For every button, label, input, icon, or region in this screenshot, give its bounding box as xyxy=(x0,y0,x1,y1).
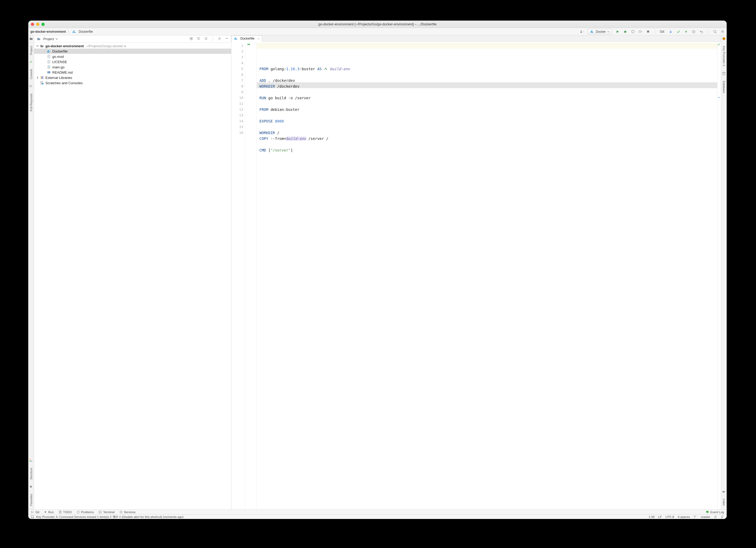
svg-point-44 xyxy=(723,72,725,73)
status-indent[interactable]: 4 spaces xyxy=(678,515,690,518)
status-caret-position[interactable]: 1:39 xyxy=(648,515,654,518)
svg-rect-50 xyxy=(99,511,101,513)
code-line[interactable]: CMD ["/server"] xyxy=(259,147,717,153)
bottom-todo[interactable]: TODO xyxy=(59,510,72,514)
status-line-separator[interactable]: LF xyxy=(658,515,662,518)
code-line[interactable] xyxy=(259,142,717,147)
tree-scratches-label: Scratches and Consoles xyxy=(45,81,83,85)
tree-file-main-go[interactable]: main.go xyxy=(34,64,231,70)
profile-button-icon[interactable] xyxy=(638,30,642,34)
bottom-run[interactable]: Run xyxy=(44,510,54,514)
code-line[interactable]: WORKDIR / xyxy=(259,130,717,136)
svg-rect-5 xyxy=(591,32,594,33)
git-push-icon[interactable] xyxy=(684,30,688,34)
editor-tab-dockerfile[interactable]: Dockerfile × xyxy=(231,35,262,42)
zoom-window-button[interactable] xyxy=(41,23,45,26)
rail-project[interactable]: Project xyxy=(30,44,33,57)
settings-gear-icon[interactable] xyxy=(721,30,725,34)
close-window-button[interactable] xyxy=(31,23,34,26)
project-panel-title[interactable]: Project xyxy=(43,37,54,41)
run-button-icon[interactable] xyxy=(615,30,619,34)
favorites-rail-icon xyxy=(29,485,33,489)
code-line[interactable]: WORKDIR /dockerdev xyxy=(259,83,717,89)
code-line[interactable]: FROM golang:1.16.3-buster AS build-env xyxy=(259,66,717,72)
line-number-gutter[interactable]: 12345678910111213141516 xyxy=(231,42,245,509)
panel-settings-gear-icon[interactable] xyxy=(218,37,221,41)
code-line[interactable] xyxy=(259,124,717,130)
project-tree[interactable]: go-docker-environment ~/Projects/Go/go-d… xyxy=(34,43,231,509)
tree-file-label: LICENSE xyxy=(52,60,67,64)
tree-file-license[interactable]: LICENSE xyxy=(34,59,231,64)
hide-panel-icon[interactable] xyxy=(225,37,228,41)
editor: Dockerfile × 12345678910111213141516 FRO… xyxy=(231,35,721,509)
tree-file-dockerfile[interactable]: Dockerfile xyxy=(34,49,231,54)
rail-key-promoter[interactable]: Key Promoter X xyxy=(722,44,726,69)
bottom-problems[interactable]: Problems xyxy=(77,510,94,514)
rail-pull-requests[interactable]: Pull Requests xyxy=(30,91,33,114)
status-lock-icon[interactable] xyxy=(714,515,717,518)
expand-all-icon[interactable] xyxy=(197,37,200,41)
bottom-services[interactable]: Services xyxy=(119,510,136,514)
coverage-button-icon[interactable] xyxy=(631,30,635,34)
strip-marker[interactable] xyxy=(718,97,720,98)
svg-rect-6 xyxy=(591,31,592,32)
libraries-icon xyxy=(40,76,44,80)
code-line[interactable] xyxy=(259,89,717,95)
close-tab-icon[interactable]: × xyxy=(256,37,260,41)
window-title: go-docker-environment [~/Projects/Go/go-… xyxy=(28,22,727,26)
analysis-strip[interactable] xyxy=(717,42,721,509)
collapse-all-icon[interactable] xyxy=(204,37,208,41)
tree-scratches[interactable]: Scratches and Consoles xyxy=(34,80,231,86)
code-line[interactable] xyxy=(259,113,717,118)
status-git-branch[interactable]: master xyxy=(694,515,710,518)
chevron-right-icon[interactable] xyxy=(36,76,39,80)
git-history-icon[interactable] xyxy=(692,30,696,34)
code-line[interactable]: ADD . /dockerdev xyxy=(259,78,717,83)
code-line[interactable] xyxy=(259,72,717,78)
bottom-terminal[interactable]: Terminal xyxy=(99,510,114,514)
stop-button-icon[interactable] xyxy=(646,30,650,34)
status-inspection-profile-icon[interactable] xyxy=(721,515,724,518)
run-line-marker-icon[interactable] xyxy=(247,43,251,47)
tree-file-readme-md[interactable]: MDREADME.md xyxy=(34,70,231,75)
code-line[interactable]: EXPOSE 8000 xyxy=(259,118,717,124)
run-config-selector[interactable]: Docker xyxy=(588,29,612,34)
rail-database[interactable]: Database xyxy=(722,79,726,95)
current-line-highlight xyxy=(257,43,717,49)
code-line[interactable] xyxy=(259,101,717,107)
chevron-down-icon[interactable] xyxy=(55,38,58,40)
status-encoding[interactable]: UTF-8 xyxy=(665,515,674,518)
status-message[interactable]: Key Promoter X: Command Services missed … xyxy=(36,515,184,519)
code-line[interactable]: COPY --from=build-env /server / xyxy=(259,136,717,142)
bottom-event-log[interactable]: Event Log xyxy=(706,510,724,514)
run-gutter[interactable] xyxy=(245,42,257,509)
git-rollback-icon[interactable] xyxy=(699,30,703,34)
rail-commit[interactable]: Commit xyxy=(30,67,33,81)
code-line[interactable]: RUN go build -o /server xyxy=(259,95,717,101)
add-users-icon[interactable] xyxy=(580,30,584,34)
select-opened-file-icon[interactable] xyxy=(189,37,193,41)
rail-favorites[interactable]: Favorites xyxy=(30,492,33,508)
tree-external-libraries[interactable]: External Libraries xyxy=(34,75,231,80)
bottom-git[interactable]: Git xyxy=(31,510,39,514)
tool-windows-quick-access-icon[interactable] xyxy=(31,515,34,518)
breadcrumb-file[interactable]: Dockerfile xyxy=(79,30,93,34)
breadcrumb-project[interactable]: go-docker-environment xyxy=(30,30,66,34)
rail-make[interactable]: make xyxy=(722,496,726,508)
svg-rect-2 xyxy=(74,31,74,32)
debug-button-icon[interactable] xyxy=(623,30,627,34)
code-area[interactable]: FROM golang:1.16.3-buster AS build-envAD… xyxy=(257,42,717,509)
tree-root[interactable]: go-docker-environment ~/Projects/Go/go-d… xyxy=(34,43,231,49)
code-line[interactable]: FROM debian:buster xyxy=(259,107,717,113)
git-update-icon[interactable] xyxy=(669,30,673,34)
previous-stage-gutter-icon[interactable] xyxy=(324,67,328,71)
minimize-window-button[interactable] xyxy=(36,23,39,26)
search-icon[interactable] xyxy=(713,30,717,34)
tree-file-go-mod[interactable]: go.mod xyxy=(34,54,231,59)
code-line[interactable] xyxy=(259,153,717,159)
rail-structure[interactable]: Structure xyxy=(30,466,33,482)
svg-point-45 xyxy=(31,511,32,512)
inspection-ok-icon[interactable] xyxy=(717,43,720,46)
chevron-down-icon[interactable] xyxy=(36,44,39,48)
git-commit-icon[interactable] xyxy=(676,30,680,34)
